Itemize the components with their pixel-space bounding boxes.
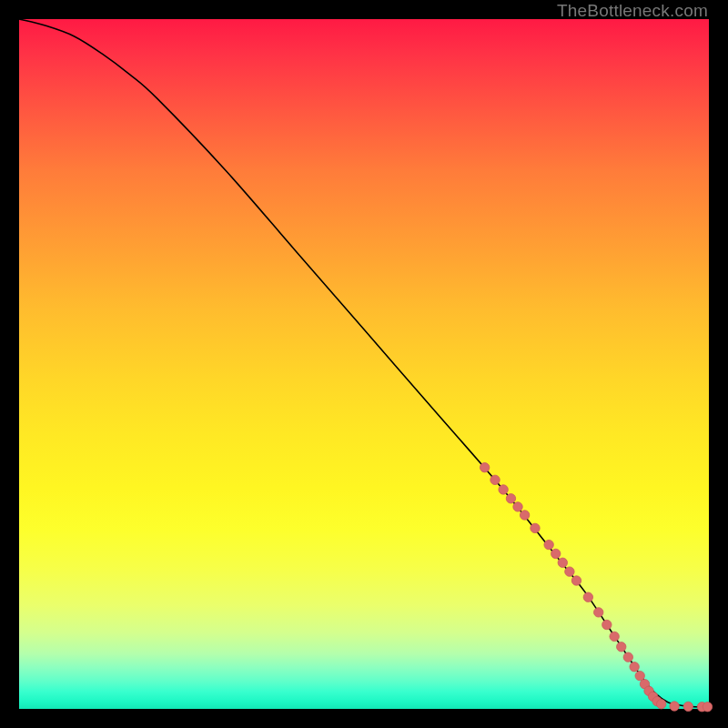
curve-marker (657, 699, 666, 708)
curve-marker (617, 642, 626, 652)
curve-marker (513, 502, 522, 511)
curve-marker (683, 702, 693, 711)
curve-marker (583, 592, 592, 602)
curve-marker (506, 494, 515, 503)
curve-line (19, 19, 709, 707)
curve-marker (635, 671, 644, 680)
curve-marker (490, 475, 500, 484)
curve-marker (571, 576, 581, 585)
curve-marker (594, 608, 603, 617)
watermark-text: TheBottleneck.com (557, 1, 708, 21)
curve-marker (602, 620, 612, 629)
chart-svg (19, 19, 709, 709)
curve-marker (670, 702, 679, 711)
curve-marker (565, 567, 574, 576)
curve-marker (520, 511, 529, 520)
curve-marker (610, 632, 619, 641)
curve-marker (630, 662, 639, 672)
curve-marker (544, 540, 553, 549)
curve-marker (480, 463, 489, 472)
curve-marker (499, 485, 508, 494)
curve-marker (623, 652, 632, 662)
curve-marker (551, 549, 561, 558)
curve-marker (558, 558, 567, 567)
curve-markers (480, 463, 712, 712)
curve-marker (703, 703, 712, 712)
curve-marker (531, 523, 540, 532)
